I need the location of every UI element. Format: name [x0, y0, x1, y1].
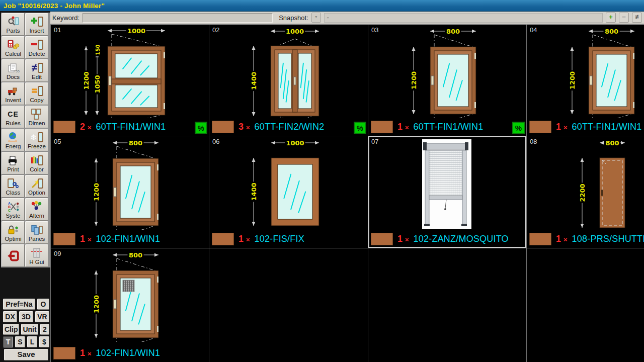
- keyword-input[interactable]: [83, 13, 273, 23]
- color-swatch[interactable]: [212, 233, 234, 245]
- tool-button-delete[interactable]: Delete: [25, 36, 48, 59]
- item-name: 102-FIN1/WIN1: [96, 348, 160, 358]
- item-drawing: [368, 136, 526, 230]
- color-swatch[interactable]: [53, 347, 75, 359]
- button-s[interactable]: S: [15, 336, 25, 347]
- tool-button-freeze[interactable]: ❄Freeze: [25, 129, 48, 151]
- tool-button-print[interactable]: Print: [2, 152, 25, 174]
- tool-button-syste[interactable]: ABCSyste: [2, 198, 25, 221]
- parts-icon: [7, 16, 20, 28]
- snapshot-label: Snapshot:: [279, 14, 308, 22]
- tool-button-color[interactable]: Color: [25, 152, 48, 174]
- grid-cell-05[interactable]: 0580012001 ×102-FIN1/WIN1: [51, 136, 209, 248]
- copy-icon: [30, 85, 43, 97]
- grid-cell-06[interactable]: 06100014001 ×102-FIS/FIX: [209, 136, 368, 248]
- percent-button[interactable]: %: [354, 122, 366, 134]
- item-label-bar: 1 ×60TT-FIN1/WIN1: [371, 119, 524, 134]
- item-name: 102-FIN1/WIN1: [96, 234, 160, 244]
- color-swatch[interactable]: [212, 121, 234, 133]
- calcul-icon: [7, 39, 20, 51]
- grid-cell-empty: [368, 248, 526, 362]
- tool-button-parts[interactable]: Parts: [2, 13, 25, 36]
- syste-icon: ABC: [7, 201, 20, 213]
- save-button[interactable]: Save: [4, 349, 48, 360]
- tool-button-hgui[interactable]: H Gui: [25, 244, 48, 267]
- button-l[interactable]: L: [27, 336, 37, 347]
- button-unit[interactable]: Unit: [21, 324, 38, 335]
- color-swatch[interactable]: [53, 233, 75, 245]
- grid-cell-empty: [209, 248, 368, 362]
- svg-text:1000: 1000: [286, 28, 304, 35]
- tool-button-optimi[interactable]: Optimi: [2, 221, 25, 244]
- grid-cell-01[interactable]: 011000120010501502 ×60TT-FIN1/WIN1%: [51, 25, 209, 136]
- hgui-icon: [30, 247, 43, 259]
- tool-button-class[interactable]: Class: [2, 175, 25, 198]
- docs-icon: 55: [7, 62, 20, 74]
- snapshot-remove-button[interactable]: −: [619, 13, 629, 23]
- svg-text:1200: 1200: [569, 71, 576, 89]
- color-swatch[interactable]: [371, 233, 393, 245]
- tool-button-rules[interactable]: CERules: [2, 106, 25, 128]
- item-drawing: 8001200: [51, 248, 209, 342]
- snapshot-dropdown-button[interactable]: ▾: [311, 13, 321, 23]
- altern-icon: [30, 201, 43, 213]
- svg-text:CE: CE: [8, 110, 18, 118]
- item-drawing: 8001200: [51, 136, 209, 230]
- svg-text:B: B: [8, 205, 11, 209]
- tool-label: Edit: [32, 74, 42, 80]
- grid-cell-08[interactable]: 0880022001 ×108-PRS/SHUTTER: [527, 136, 644, 248]
- button-clip[interactable]: Clip: [3, 324, 19, 335]
- svg-text:❄: ❄: [30, 133, 37, 142]
- tool-button-insert[interactable]: Insert: [25, 13, 48, 36]
- button-2[interactable]: 2: [40, 324, 49, 335]
- tool-button-docs[interactable]: 55Docs: [2, 59, 25, 82]
- tool-button-dimen[interactable]: Dimen: [25, 106, 48, 128]
- svg-text:1400: 1400: [250, 72, 258, 90]
- grid-cell-09[interactable]: 09 80012001 ×102-FIN1/WIN1: [51, 248, 209, 362]
- energ-icon: [7, 131, 20, 143]
- svg-text:150: 150: [95, 45, 101, 55]
- button-row: ClipUnit2: [1, 324, 49, 335]
- button-3d[interactable]: 3D: [19, 311, 33, 322]
- tool-label: Insert: [30, 28, 44, 34]
- tool-button-invent[interactable]: Invent: [2, 82, 25, 105]
- button-dx[interactable]: DX: [3, 311, 17, 322]
- item-name: 60TT-FIN1/WIN1: [572, 122, 642, 132]
- percent-button[interactable]: %: [512, 122, 525, 134]
- snapshot-add-button[interactable]: +: [606, 13, 616, 23]
- item-quantity: 1 ×: [80, 234, 92, 244]
- tool-button-energ[interactable]: Energ: [2, 129, 25, 151]
- percent-button[interactable]: %: [195, 122, 207, 134]
- tool-button-option[interactable]: Option: [25, 175, 48, 198]
- button--[interactable]: $: [39, 336, 49, 347]
- dimen-icon: [30, 108, 43, 120]
- tool-label: H Gui: [29, 259, 44, 265]
- tool-button-copy[interactable]: Copy: [25, 82, 48, 105]
- svg-text:800: 800: [605, 28, 618, 35]
- tool-button-edit[interactable]: Edit: [25, 59, 48, 82]
- tool-button-altern[interactable]: Altern: [25, 198, 48, 221]
- snapshot-compare-button[interactable]: ≠: [632, 13, 642, 23]
- tool-label: Energ: [6, 144, 21, 149]
- button-vr[interactable]: VR: [35, 311, 49, 322]
- grid-cell-07[interactable]: 07 1 ×102-ZANZ/MOSQUITO: [368, 136, 526, 248]
- button-pref-na[interactable]: Pref=Na: [3, 299, 35, 310]
- color-swatch[interactable]: [53, 121, 75, 133]
- color-swatch[interactable]: [371, 121, 393, 133]
- grid-cell-03[interactable]: 0380012001 ×60TT-FIN1/WIN1%: [368, 25, 526, 136]
- grid-cell-04[interactable]: 0480012001 ×60TT-FIN1/WIN1: [527, 25, 644, 136]
- color-swatch[interactable]: [529, 121, 551, 133]
- tool-label: Calcul: [5, 51, 21, 57]
- option-icon: [30, 177, 43, 190]
- tool-button-exit[interactable]: [2, 244, 25, 267]
- tool-button-calcul[interactable]: Calcul: [2, 36, 25, 59]
- button-o[interactable]: O: [37, 299, 49, 310]
- svg-text:800: 800: [129, 251, 142, 259]
- button-t[interactable]: T: [3, 336, 13, 347]
- grid-cell-02[interactable]: 02100014003 ×60TT-FIN2/WIN2%: [209, 25, 368, 136]
- tool-button-panes[interactable]: Panes: [25, 221, 48, 244]
- svg-text:55: 55: [16, 69, 20, 73]
- color-swatch[interactable]: [529, 233, 551, 245]
- item-grid: 011000120010501502 ×60TT-FIN1/WIN1%02100…: [50, 24, 644, 362]
- snapshot-value[interactable]: -: [324, 13, 603, 23]
